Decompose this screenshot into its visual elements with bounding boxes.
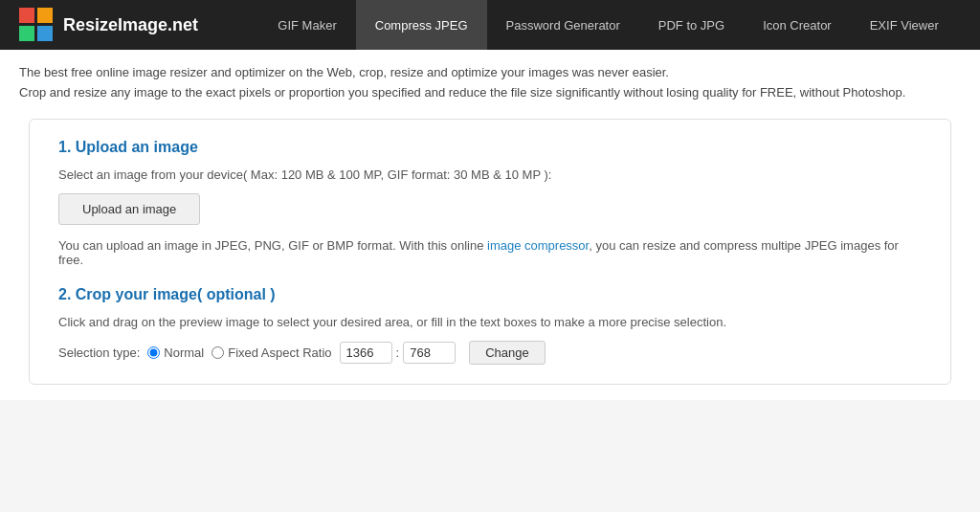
- radio-normal-label[interactable]: Normal: [147, 345, 204, 360]
- radio-normal-text: Normal: [164, 345, 204, 360]
- image-compressor-link[interactable]: image compressor: [487, 238, 589, 253]
- upload-note-before: You can upload an image in JPEG, PNG, GI…: [58, 238, 487, 253]
- nav-compress-jpeg[interactable]: Compress JPEG: [356, 0, 487, 50]
- nav-exif-viewer[interactable]: EXIF Viewer: [851, 0, 958, 50]
- nav-pdf-to-jpg[interactable]: PDF to JPG: [639, 0, 744, 50]
- main-panel: 1. Upload an image Select an image from …: [29, 119, 951, 385]
- header: ResizeImage.net GIF Maker Compress JPEG …: [0, 0, 980, 50]
- selection-row: Selection type: Normal Fixed Aspect Rati…: [58, 341, 922, 365]
- nav-gif-maker[interactable]: GIF Maker: [258, 0, 355, 50]
- colon-separator: :: [396, 345, 400, 360]
- height-input[interactable]: [403, 342, 456, 364]
- radio-normal[interactable]: [147, 346, 160, 359]
- upload-image-button[interactable]: Upload an image: [58, 193, 200, 225]
- nav-icon-creator[interactable]: Icon Creator: [744, 0, 851, 50]
- logo-icon: [19, 8, 54, 42]
- intro-text2: Crop and resize any image to the exact p…: [19, 85, 961, 100]
- radio-fixed-label[interactable]: Fixed Aspect Ratio: [212, 345, 331, 360]
- nav: GIF Maker Compress JPEG Password Generat…: [256, 0, 961, 50]
- section1-desc: Select an image from your device( Max: 1…: [58, 167, 922, 182]
- section1: 1. Upload an image Select an image from …: [58, 139, 922, 267]
- width-input[interactable]: [340, 342, 392, 364]
- crop-desc: Click and drag on the preview image to s…: [58, 315, 922, 329]
- intro-text1: The best free online image resizer and o…: [19, 65, 961, 79]
- logo-text: ResizeImage.net: [63, 15, 198, 35]
- upload-note: You can upload an image in JPEG, PNG, GI…: [58, 238, 922, 267]
- section2-title: 2. Crop your image( optional ): [58, 286, 922, 303]
- content: The best free online image resizer and o…: [0, 50, 980, 400]
- logo-area: ResizeImage.net: [19, 8, 198, 42]
- radio-fixed-text: Fixed Aspect Ratio: [228, 345, 331, 360]
- nav-password-generator[interactable]: Password Generator: [487, 0, 639, 50]
- change-button[interactable]: Change: [469, 341, 546, 365]
- selection-type-label: Selection type:: [58, 345, 140, 360]
- radio-fixed[interactable]: [212, 346, 224, 359]
- section1-title: 1. Upload an image: [58, 139, 922, 156]
- fixed-inputs: :: [340, 342, 457, 364]
- section2: 2. Crop your image( optional ) Click and…: [58, 286, 922, 365]
